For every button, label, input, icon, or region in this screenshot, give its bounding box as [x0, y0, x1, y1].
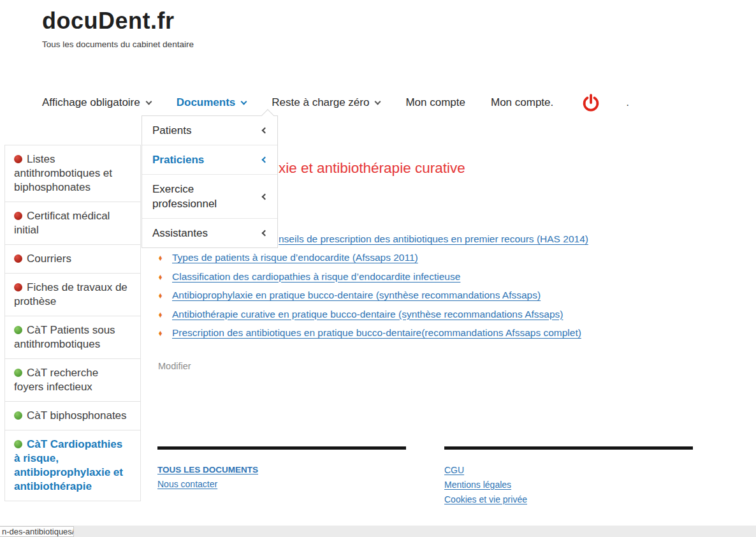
- nav-item-documents[interactable]: Documents: [177, 96, 247, 109]
- nav-item-label: Affichage obligatoire: [42, 96, 140, 109]
- nav-item-mon-compte-2[interactable]: Mon compte.: [491, 96, 553, 109]
- red-dot-icon: [14, 155, 22, 163]
- sidebar-item-label: CàT Patients sous antithrombotiques: [14, 324, 115, 350]
- diamond-bullet-icon: ♦: [159, 290, 163, 300]
- sidebar-item-courriers[interactable]: Courriers: [5, 245, 140, 274]
- footer-divider-bar: [157, 446, 406, 450]
- sidebar-item-label: Courriers: [27, 253, 71, 265]
- diamond-bullet-icon: ♦: [159, 253, 163, 263]
- nav-item-label: Mon compte: [405, 96, 465, 109]
- browser-status-bubble: n-des-antibiotiques/: [0, 526, 74, 537]
- power-icon[interactable]: [581, 93, 600, 112]
- footer-link-cgu[interactable]: CGU: [444, 465, 693, 475]
- green-dot-icon: [14, 369, 22, 377]
- doc-link-row: ♦ Classification des cardiopathies à ris…: [157, 271, 597, 290]
- footer-link-mentions-legales[interactable]: Mentions légales: [444, 480, 693, 490]
- chevron-left-icon: [262, 193, 268, 200]
- sidebar-item-label: CàT Cardiopathies à risque, antibioproph…: [14, 438, 123, 492]
- diamond-bullet-icon: ♦: [159, 328, 163, 338]
- doc-link-antibioprophylaxie[interactable]: Antibioprophylaxie en pratique bucco-den…: [172, 290, 541, 300]
- page-title: xie et antibiothérapie curative: [279, 160, 465, 177]
- chevron-left-icon: [262, 128, 268, 134]
- nav-item-mon-compte[interactable]: Mon compte: [405, 96, 465, 109]
- diamond-bullet-icon: ♦: [159, 272, 163, 282]
- nav-item-reste-a-charge-zero[interactable]: Reste à charge zéro: [272, 96, 380, 109]
- chevron-left-icon: [262, 230, 268, 237]
- doc-link-antibiotherapie-curative[interactable]: Antibiothérapie curative en pratique buc…: [172, 309, 563, 320]
- nav-item-label: Reste à charge zéro: [272, 96, 369, 109]
- red-dot-icon: [14, 254, 22, 263]
- green-dot-icon: [14, 411, 22, 420]
- site-logo[interactable]: docuDent.fr: [42, 8, 194, 34]
- red-dot-icon: [14, 212, 22, 220]
- doc-link-row: ♦ Antibiothérapie curative en pratique b…: [157, 309, 597, 328]
- dropdown-item-patients[interactable]: Patients: [142, 116, 277, 145]
- sidebar-item-cat-cardiopathies[interactable]: CàT Cardiopathies à risque, antibioproph…: [5, 430, 140, 501]
- doc-link-row: ♦ Types de patients à risque d’endocardi…: [157, 252, 597, 271]
- chevron-down-icon: [241, 98, 247, 105]
- category-sidebar: Listes antithrombotiques et biphosphonat…: [4, 145, 141, 501]
- dropdown-item-praticiens[interactable]: Praticiens: [142, 145, 277, 175]
- doc-link-row: ♦ Antibioprophylaxie en pratique bucco-d…: [157, 290, 597, 309]
- footer-divider-bar: [444, 446, 693, 450]
- modifier-link[interactable]: Modifier: [158, 361, 191, 371]
- doc-link-types-patients[interactable]: Types de patients à risque d’endocardite…: [172, 252, 418, 263]
- nav-item-label: Mon compte.: [491, 96, 553, 109]
- documents-dropdown-menu: Patients Praticiens Exercice professionn…: [142, 115, 278, 248]
- sidebar-item-label: Fiches de travaux de prothèse: [14, 281, 127, 307]
- dropdown-item-label: Assistantes: [152, 226, 208, 240]
- dropdown-item-exercice-professionnel[interactable]: Exercice professionnel: [142, 175, 277, 219]
- doc-link-conseils-prescription[interactable]: nseils de prescription des antibiotiques…: [279, 233, 588, 244]
- dropdown-item-label: Praticiens: [152, 152, 204, 167]
- sidebar-item-label: CàT biphosphonates: [27, 409, 127, 422]
- nav-trailing-dot: .: [626, 96, 629, 109]
- footer-link-nous-contacter[interactable]: Nous contacter: [157, 479, 406, 489]
- page-bottom-strip: [0, 526, 756, 537]
- chevron-left-icon: [262, 157, 268, 163]
- doc-link-row: nseils de prescription des antibiotiques…: [279, 233, 588, 245]
- sidebar-item-cat-foyers-infectieux[interactable]: CàT recherche foyers infectieux: [5, 359, 140, 402]
- dropdown-item-assistantes[interactable]: Assistantes: [142, 219, 277, 247]
- sidebar-item-certificat-medical[interactable]: Certificat médical initial: [5, 202, 140, 245]
- diamond-bullet-icon: ♦: [159, 309, 163, 320]
- site-tagline: Tous les documents du cabinet dentaire: [42, 40, 194, 49]
- red-dot-icon: [14, 283, 22, 291]
- nav-item-label: Documents: [177, 96, 236, 109]
- nav-item-affichage-obligatoire[interactable]: Affichage obligatoire: [42, 96, 151, 109]
- footer-right-column: CGU Mentions légales Cookies et vie priv…: [444, 446, 693, 504]
- dropdown-item-label: Exercice professionnel: [152, 182, 248, 211]
- site-header: docuDent.fr Tous les documents du cabine…: [42, 8, 194, 49]
- doc-link-classification-cardiopathies[interactable]: Classification des cardiopathies à risqu…: [172, 271, 460, 282]
- chevron-down-icon: [375, 98, 381, 105]
- document-links-list: ♦ Types de patients à risque d’endocardi…: [157, 252, 597, 346]
- green-dot-icon: [14, 440, 22, 448]
- sidebar-item-fiches-travaux[interactable]: Fiches de travaux de prothèse: [5, 274, 140, 316]
- footer-link-cookies[interactable]: Cookies et vie privée: [444, 494, 693, 504]
- sidebar-item-cat-antithrombotiques[interactable]: CàT Patients sous antithrombotiques: [5, 316, 140, 359]
- doc-link-row: ♦ Prescription des antibiotiques en prat…: [157, 327, 597, 346]
- doc-link-prescription-antibiotiques[interactable]: Prescription des antibiotiques en pratiq…: [172, 327, 581, 338]
- main-nav: Affichage obligatoire Documents Reste à …: [42, 93, 629, 112]
- sidebar-item-cat-biphosphonates[interactable]: CàT biphosphonates: [5, 402, 140, 430]
- sidebar-item-label: CàT recherche foyers infectieux: [14, 367, 98, 393]
- sidebar-item-listes-antithrombotiques[interactable]: Listes antithrombotiques et biphosphonat…: [5, 145, 140, 202]
- chevron-down-icon: [145, 98, 152, 105]
- green-dot-icon: [14, 326, 22, 334]
- footer-left-column: TOUS LES DOCUMENTS Nous contacter: [157, 446, 406, 489]
- footer-link-tous-les-documents[interactable]: TOUS LES DOCUMENTS: [157, 465, 406, 474]
- sidebar-item-label: Certificat médical initial: [14, 210, 110, 236]
- dropdown-item-label: Patients: [152, 123, 191, 138]
- sidebar-item-label: Listes antithrombotiques et biphosphonat…: [14, 153, 112, 193]
